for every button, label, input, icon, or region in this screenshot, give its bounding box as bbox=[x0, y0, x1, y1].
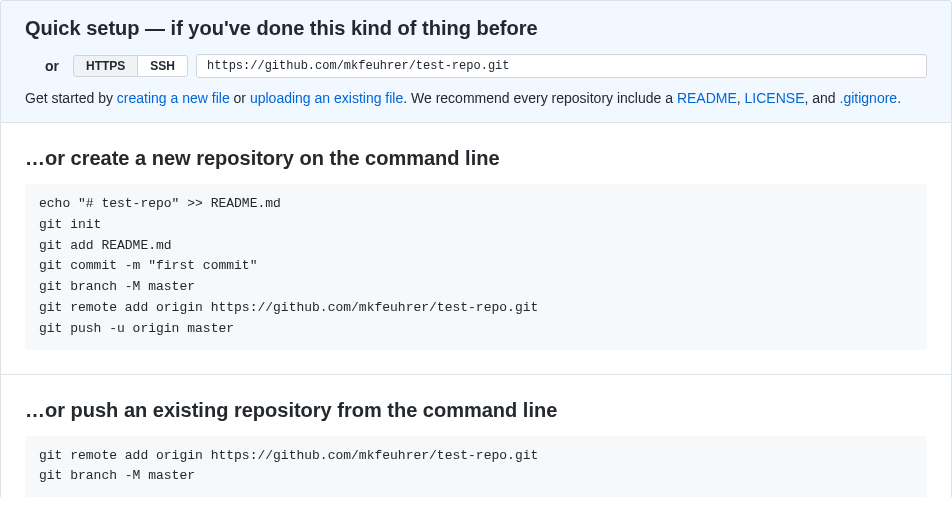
https-button[interactable]: HTTPS bbox=[73, 55, 138, 77]
upload-file-link[interactable]: uploading an existing file bbox=[250, 90, 403, 106]
protocol-button-group: HTTPS SSH bbox=[73, 55, 188, 77]
readme-link[interactable]: README bbox=[677, 90, 737, 106]
license-link[interactable]: LICENSE bbox=[745, 90, 805, 106]
create-file-link[interactable]: creating a new file bbox=[117, 90, 230, 106]
helper-text: Get started by creating a new file or up… bbox=[25, 90, 927, 106]
push-repo-code[interactable]: git remote add origin https://github.com… bbox=[25, 436, 927, 498]
helper-or: or bbox=[230, 90, 250, 106]
push-repo-title: …or push an existing repository from the… bbox=[25, 399, 927, 422]
helper-mid: . We recommend every repository include … bbox=[403, 90, 677, 106]
clone-url-input[interactable] bbox=[196, 54, 927, 78]
period: . bbox=[897, 90, 901, 106]
push-repo-section: …or push an existing repository from the… bbox=[0, 375, 952, 498]
helper-and: , and bbox=[805, 90, 840, 106]
create-repo-code[interactable]: echo "# test-repo" >> README.md git init… bbox=[25, 184, 927, 350]
ssh-button[interactable]: SSH bbox=[137, 55, 188, 77]
comma1: , bbox=[737, 90, 745, 106]
create-repo-section: …or create a new repository on the comma… bbox=[0, 123, 952, 375]
helper-prefix: Get started by bbox=[25, 90, 117, 106]
gitignore-link[interactable]: .gitignore bbox=[840, 90, 898, 106]
create-repo-title: …or create a new repository on the comma… bbox=[25, 147, 927, 170]
quick-setup-box: Quick setup — if you've done this kind o… bbox=[0, 0, 952, 123]
or-label: or bbox=[45, 58, 59, 74]
quick-setup-title: Quick setup — if you've done this kind o… bbox=[25, 17, 927, 40]
url-row: or HTTPS SSH bbox=[25, 54, 927, 78]
